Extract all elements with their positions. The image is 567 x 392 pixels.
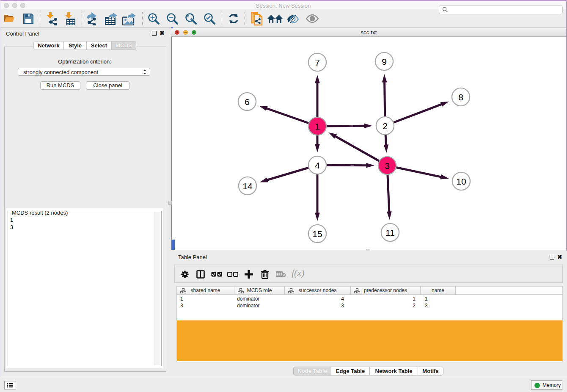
svg-text:4: 4 xyxy=(315,160,320,170)
svg-text:10: 10 xyxy=(456,177,466,186)
svg-text:1: 1 xyxy=(315,121,320,131)
svg-text:8: 8 xyxy=(458,92,463,102)
svg-text:6: 6 xyxy=(245,97,250,107)
svg-text:14: 14 xyxy=(242,181,253,191)
svg-text:7: 7 xyxy=(315,58,320,67)
svg-text:3: 3 xyxy=(385,161,390,171)
svg-text:2: 2 xyxy=(383,121,388,131)
svg-text:9: 9 xyxy=(382,57,387,66)
svg-text:11: 11 xyxy=(385,228,395,237)
svg-text:15: 15 xyxy=(312,229,322,239)
